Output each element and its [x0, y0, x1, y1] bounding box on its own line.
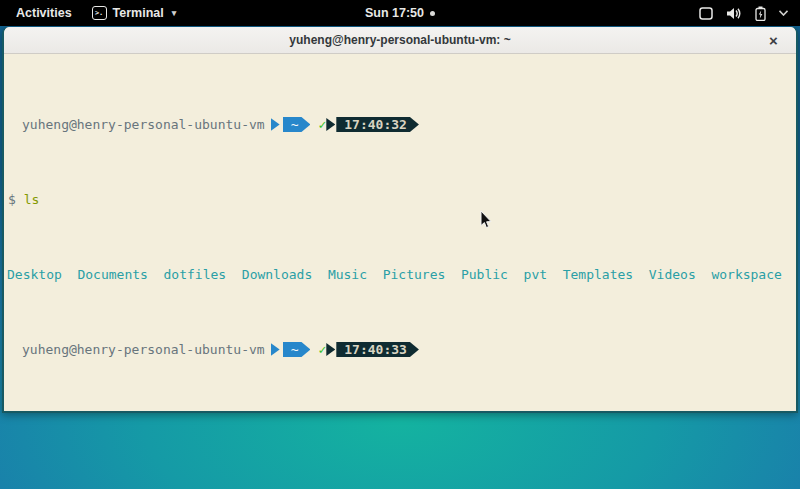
powerline-arrow-icon — [326, 343, 335, 356]
close-button[interactable]: × — [763, 30, 784, 51]
prompt-symbol: $ — [8, 192, 24, 207]
system-tray[interactable] — [699, 6, 800, 21]
powerline-arrow-icon — [271, 343, 280, 356]
ls-output: Desktop Documents dotfiles Downloads Mus… — [4, 267, 796, 282]
app-menu-label: Terminal — [113, 6, 164, 20]
title-bar[interactable]: yuheng@henry-personal-ubuntu-vm: ~ × — [4, 27, 796, 54]
app-menu-terminal[interactable]: >. Terminal ▾ — [92, 6, 177, 20]
screen-icon — [699, 7, 713, 20]
prompt-line-2: yuheng@henry-personal-ubuntu-vm ~ ✓ 17:4… — [4, 342, 796, 357]
terminal-icon: >. — [92, 6, 107, 20]
command-line: $ ls — [4, 192, 796, 207]
cwd-segment: ~ — [283, 117, 311, 132]
terminal-window: yuheng@henry-personal-ubuntu-vm: ~ × yuh… — [2, 27, 798, 413]
powerline-arrow-icon — [271, 118, 280, 131]
battery-charging-icon — [755, 6, 766, 21]
prompt-host: yuheng@henry-personal-ubuntu-vm — [22, 117, 265, 132]
top-bar: Activities >. Terminal ▾ Sun 17:50 — [0, 0, 800, 26]
cwd-segment: ~ — [283, 342, 311, 357]
typed-command: ls — [24, 192, 40, 207]
status-check-icon: ✓ — [318, 117, 326, 132]
prompt-line-1: yuheng@henry-personal-ubuntu-vm ~ ✓ 17:4… — [4, 117, 796, 132]
chevron-down-icon — [779, 10, 788, 16]
time-segment: 17:40:33 — [336, 342, 419, 357]
clock[interactable]: Sun 17:50 — [365, 6, 424, 20]
notification-dot — [430, 11, 435, 16]
powerline-arrow-icon — [326, 118, 335, 131]
activities-button[interactable]: Activities — [10, 4, 78, 22]
volume-icon — [726, 7, 742, 20]
prompt-host: yuheng@henry-personal-ubuntu-vm — [22, 342, 265, 357]
status-check-icon: ✓ — [318, 342, 326, 357]
window-title: yuheng@henry-personal-ubuntu-vm: ~ — [289, 33, 510, 47]
terminal-content[interactable]: yuheng@henry-personal-ubuntu-vm ~ ✓ 17:4… — [4, 54, 796, 410]
time-segment: 17:40:32 — [336, 117, 419, 132]
chevron-down-icon: ▾ — [172, 8, 177, 18]
